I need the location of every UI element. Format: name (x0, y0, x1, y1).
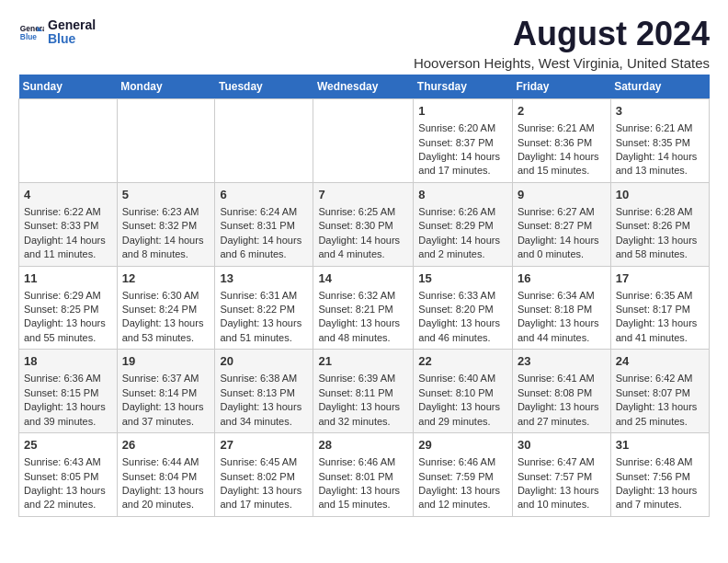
day-info: and 10 minutes. (518, 498, 606, 511)
day-info: and 51 minutes. (220, 331, 308, 345)
calendar-cell: 31Sunrise: 6:48 AMSunset: 7:56 PMDayligh… (610, 433, 709, 517)
day-info: Sunset: 7:56 PM (616, 470, 704, 484)
day-info: Sunrise: 6:27 AM (518, 205, 606, 219)
day-number: 1 (418, 103, 507, 120)
day-info: and 0 minutes. (518, 247, 606, 261)
day-info: Sunrise: 6:22 AM (24, 205, 112, 219)
calendar-cell: 13Sunrise: 6:31 AMSunset: 8:22 PMDayligh… (215, 266, 313, 350)
day-info: and 25 minutes. (616, 415, 704, 429)
calendar-cell: 27Sunrise: 6:45 AMSunset: 8:02 PMDayligh… (215, 433, 313, 517)
day-info: and 17 minutes. (418, 164, 507, 178)
day-header-tuesday: Tuesday (215, 75, 313, 99)
day-info: Daylight: 13 hours (24, 400, 112, 414)
day-info: and 34 minutes. (220, 415, 308, 429)
week-row-3: 11Sunrise: 6:29 AMSunset: 8:25 PMDayligh… (19, 266, 710, 350)
day-header-wednesday: Wednesday (313, 75, 414, 99)
day-info: Sunrise: 6:35 AM (616, 289, 704, 303)
day-info: and 7 minutes. (616, 498, 704, 511)
day-header-sunday: Sunday (19, 75, 118, 99)
day-header-thursday: Thursday (414, 75, 513, 99)
day-header-saturday: Saturday (610, 75, 709, 99)
day-info: Sunset: 8:13 PM (220, 386, 308, 400)
day-info: Sunset: 8:07 PM (616, 386, 704, 400)
day-number: 14 (318, 270, 408, 287)
day-number: 3 (616, 103, 704, 120)
day-info: Sunset: 8:24 PM (122, 303, 210, 316)
day-info: Daylight: 13 hours (418, 484, 507, 498)
calendar-cell: 19Sunrise: 6:37 AMSunset: 8:14 PMDayligh… (117, 350, 215, 433)
day-info: Sunrise: 6:38 AM (220, 372, 308, 385)
title-block: August 2024 Hooverson Heights, West Virg… (96, 15, 710, 71)
day-info: Daylight: 13 hours (220, 316, 308, 330)
day-info: Sunset: 7:57 PM (518, 470, 606, 484)
calendar-cell: 11Sunrise: 6:29 AMSunset: 8:25 PMDayligh… (19, 266, 118, 350)
day-info: Daylight: 13 hours (122, 316, 210, 330)
day-info: Sunrise: 6:30 AM (122, 289, 210, 303)
day-info: and 37 minutes. (122, 415, 210, 429)
day-number: 29 (418, 437, 507, 454)
day-info: Sunrise: 6:20 AM (418, 121, 507, 135)
day-info: Daylight: 14 hours (318, 234, 408, 247)
day-info: Sunrise: 6:48 AM (616, 455, 704, 469)
calendar-cell: 16Sunrise: 6:34 AMSunset: 8:18 PMDayligh… (512, 266, 610, 350)
calendar-cell: 3Sunrise: 6:21 AMSunset: 8:35 PMDaylight… (610, 99, 709, 183)
day-info: Sunrise: 6:34 AM (518, 289, 606, 303)
day-info: Sunset: 8:25 PM (24, 303, 112, 316)
day-number: 13 (220, 270, 308, 287)
day-number: 6 (220, 187, 308, 203)
calendar-table: SundayMondayTuesdayWednesdayThursdayFrid… (18, 75, 710, 517)
day-header-monday: Monday (117, 75, 215, 99)
day-info: Sunrise: 6:33 AM (418, 289, 507, 303)
day-info: Sunset: 8:11 PM (318, 386, 408, 400)
calendar-cell: 5Sunrise: 6:23 AMSunset: 8:32 PMDaylight… (117, 182, 215, 266)
day-number: 5 (122, 187, 210, 203)
day-info: Daylight: 13 hours (616, 316, 704, 330)
day-info: Sunset: 8:18 PM (518, 303, 606, 316)
day-info: Daylight: 13 hours (418, 316, 507, 330)
day-info: Sunset: 8:30 PM (318, 219, 408, 233)
day-info: Sunset: 8:04 PM (122, 470, 210, 484)
calendar-cell: 8Sunrise: 6:26 AMSunset: 8:29 PMDaylight… (414, 182, 513, 266)
page-header: General Blue General Blue August 2024 Ho… (18, 15, 710, 71)
day-number: 7 (318, 187, 408, 203)
logo-icon: General Blue (18, 19, 44, 45)
day-info: and 29 minutes. (418, 415, 507, 429)
day-header-friday: Friday (512, 75, 610, 99)
day-info: Sunrise: 6:21 AM (518, 121, 606, 135)
day-info: Daylight: 13 hours (318, 316, 408, 330)
day-info: Sunrise: 6:23 AM (122, 205, 210, 219)
day-number: 26 (122, 437, 210, 454)
day-info: Daylight: 14 hours (418, 150, 507, 164)
day-number: 18 (24, 353, 112, 370)
day-info: Daylight: 13 hours (318, 484, 408, 498)
logo-line2: Blue (48, 32, 96, 46)
day-number: 21 (318, 353, 408, 370)
day-number: 9 (518, 187, 606, 203)
logo-line1: General (48, 18, 96, 32)
day-number: 17 (616, 270, 704, 287)
day-number: 23 (518, 353, 606, 370)
calendar-cell: 30Sunrise: 6:47 AMSunset: 7:57 PMDayligh… (512, 433, 610, 517)
calendar-cell: 12Sunrise: 6:30 AMSunset: 8:24 PMDayligh… (117, 266, 215, 350)
day-info: Daylight: 13 hours (24, 316, 112, 330)
day-info: and 44 minutes. (518, 331, 606, 345)
day-info: and 12 minutes. (418, 498, 507, 511)
day-info: Sunset: 8:01 PM (318, 470, 408, 484)
calendar-cell: 18Sunrise: 6:36 AMSunset: 8:15 PMDayligh… (19, 350, 118, 433)
day-info: Sunset: 8:17 PM (616, 303, 704, 316)
week-row-2: 4Sunrise: 6:22 AMSunset: 8:33 PMDaylight… (19, 182, 710, 266)
day-number: 20 (220, 353, 308, 370)
day-info: Sunset: 7:59 PM (418, 470, 507, 484)
day-number: 24 (616, 353, 704, 370)
day-info: Sunset: 8:20 PM (418, 303, 507, 316)
logo: General Blue General Blue (18, 18, 96, 47)
day-info: Daylight: 14 hours (24, 234, 112, 247)
day-info: Daylight: 13 hours (318, 400, 408, 414)
day-info: Daylight: 13 hours (122, 400, 210, 414)
day-info: and 27 minutes. (518, 415, 606, 429)
calendar-cell (215, 99, 313, 183)
day-info: and 53 minutes. (122, 331, 210, 345)
day-info: Daylight: 14 hours (518, 150, 606, 164)
week-row-5: 25Sunrise: 6:43 AMSunset: 8:05 PMDayligh… (19, 433, 710, 517)
day-number: 19 (122, 353, 210, 370)
